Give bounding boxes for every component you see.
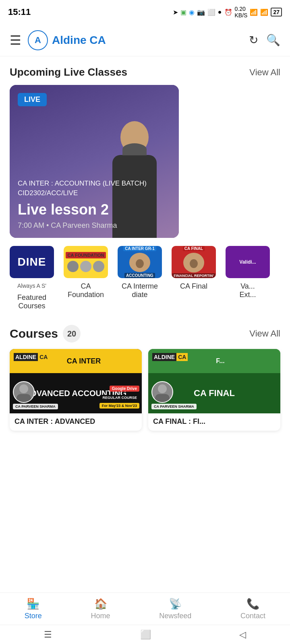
newsfeed-label: Newsfeed — [159, 612, 191, 620]
person-head — [120, 121, 149, 153]
live-time-info: 7:00 AM • CA Parveen Sharma — [18, 221, 171, 230]
nav-newsfeed[interactable]: 📡 Newsfeed — [159, 598, 191, 620]
app-icon-2: ◉ — [189, 8, 195, 16]
inter-avatar — [129, 253, 150, 272]
live-card-container: LIVE CA INTER : ACCOUNTING (LIVE BATCH) … — [0, 85, 290, 238]
featured-sublabel: Always A S' — [17, 282, 46, 289]
alarm-icon: ⏰ — [224, 8, 232, 16]
category-thumb-intermediate: CA INTER GR-1 ACCOUNTING — [118, 246, 162, 278]
regular-badge-1: REGULAR COURSE — [100, 395, 139, 400]
refresh-icon[interactable]: ↻ — [249, 33, 258, 47]
home-label: Home — [91, 612, 110, 620]
sys-back-icon[interactable]: ◁ — [239, 630, 246, 640]
contact-icon: 📞 — [246, 598, 259, 610]
aldine-text-2a: ALDINE — [152, 353, 176, 361]
category-thumb-foundation: CA FOUNDATION — [64, 246, 108, 278]
avatar-body-1 — [17, 394, 31, 403]
status-bar: 15:11 ➤ ▣ ◉ 📷 ⬜ ● ⏰ 0.20KB/S 📶 📶 27 — [0, 0, 290, 24]
courses-view-all[interactable]: View All — [249, 328, 280, 339]
course-thumb-1: ALDINE CA CA INTER ADVANCED ACCOUNTING C… — [10, 349, 142, 413]
speed-icon: 0.20KB/S — [235, 6, 248, 19]
system-nav-bar: ☰ ⬜ ◁ — [0, 625, 290, 644]
live-view-all[interactable]: View All — [249, 67, 280, 78]
foundation-cat-label: CAFoundation — [68, 282, 104, 299]
final-cat-label: CA Final — [180, 282, 207, 291]
course-inter-label: CA INTER — [67, 357, 101, 365]
course-card-1[interactable]: ALDINE CA CA INTER ADVANCED ACCOUNTING C… — [10, 349, 142, 431]
sys-home-icon[interactable]: ⬜ — [140, 630, 151, 640]
avatar-body-2 — [155, 394, 170, 403]
category-item-featured[interactable]: DINE Always A S' FeaturedCourses — [10, 246, 54, 310]
aldine-badge-1: ALDINE CA — [14, 353, 49, 361]
status-time: 15:11 — [8, 7, 31, 17]
course-top-strip-1: ALDINE CA CA INTER — [10, 349, 142, 373]
home-icon: 🏠 — [94, 598, 107, 610]
dot-icon: ● — [218, 8, 222, 16]
screen-icon: ⬜ — [207, 8, 215, 16]
hamburger-menu[interactable]: ☰ — [10, 33, 21, 48]
status-icons: ➤ ▣ ◉ 📷 ⬜ ● ⏰ 0.20KB/S 📶 📶 27 — [173, 6, 282, 19]
app-icon-1: ▣ — [180, 8, 186, 16]
live-card-content: CA INTER : ACCOUNTING (LIVE BATCH) CID23… — [18, 179, 171, 230]
courses-section-header: Courses 20 View All — [0, 318, 290, 349]
course-name-2: CA FINAL — [191, 388, 238, 398]
store-icon: 🏪 — [27, 598, 39, 610]
app-bar-left: ☰ A Aldine CA — [10, 30, 106, 50]
category-scroll: DINE Always A S' FeaturedCourses CA FOUN… — [10, 246, 270, 310]
course-card-2[interactable]: ALDINE CA F... CA FINAL CA PARVEEN SHARM… — [148, 349, 280, 431]
course-final-label: F... — [216, 357, 224, 365]
google-drive-badge-1: Google Drive — [110, 386, 139, 392]
courses-title-wrap: Courses 20 — [10, 325, 81, 343]
live-section-header: Upcoming Live Classes View All — [0, 56, 290, 85]
courses-title: Courses — [10, 327, 58, 341]
avatar-head-1 — [19, 384, 28, 393]
logo-container: A Aldine CA — [28, 30, 106, 50]
courses-count: 20 — [63, 325, 81, 343]
nav-store[interactable]: 🏪 Store — [25, 598, 42, 620]
location-icon: ➤ — [173, 8, 178, 16]
newsfeed-icon: 📡 — [169, 598, 182, 610]
app-bar: ☰ A Aldine CA ↻ 🔍 — [0, 24, 290, 56]
live-badge: LIVE — [18, 93, 47, 106]
signal-icon: 📶 — [260, 8, 268, 16]
sys-menu-icon[interactable]: ☰ — [44, 630, 52, 640]
category-scroll-wrapper: DINE Always A S' FeaturedCourses CA FOUN… — [0, 238, 290, 318]
teacher-label-1: CA PARVEEN SHARMA — [13, 404, 58, 409]
wifi-icon: 📶 — [250, 8, 258, 16]
live-card[interactable]: LIVE CA INTER : ACCOUNTING (LIVE BATCH) … — [10, 85, 179, 238]
nav-home[interactable]: 🏠 Home — [91, 598, 110, 620]
category-item-validity[interactable]: Validi... Va...Ext... — [226, 246, 270, 310]
course-thumb-2: ALDINE CA F... CA FINAL CA PARVEEN SHARM… — [148, 349, 280, 413]
category-thumb-validity: Validi... — [226, 246, 270, 278]
live-lesson-title: Live lesson 2 — [18, 201, 171, 218]
search-icon[interactable]: 🔍 — [266, 33, 280, 47]
course-thumb-content-1: ALDINE CA CA INTER ADVANCED ACCOUNTING C… — [10, 349, 142, 413]
category-item-foundation[interactable]: CA FOUNDATION CAFoundation — [64, 246, 108, 310]
aldine-text-2b: CA — [176, 353, 188, 361]
aldine-text-1a: ALDINE — [14, 353, 38, 361]
person-hair — [122, 143, 147, 155]
category-thumb-featured: DINE — [10, 246, 54, 278]
validity-cat-label: Va...Ext... — [239, 282, 256, 299]
avatar-head-2 — [158, 384, 167, 393]
logo-icon: A — [28, 30, 48, 50]
store-label: Store — [25, 612, 42, 620]
avatar-1 — [67, 261, 79, 272]
teacher-label-2: CA PARVEEN SHARMA — [151, 404, 197, 409]
nav-contact[interactable]: 📞 Contact — [240, 598, 265, 620]
category-thumb-final: CA FINAL FINANCIAL REPORTIN' — [172, 246, 216, 278]
aldine-text-1b: CA — [38, 353, 49, 361]
avatar-2 — [80, 261, 91, 272]
inter-head — [136, 259, 144, 268]
category-item-intermediate[interactable]: CA INTER GR-1 ACCOUNTING CA Intermediate — [118, 246, 162, 310]
camera-icon: 📷 — [197, 8, 205, 16]
category-item-final[interactable]: CA FINAL FINANCIAL REPORTIN' CA Final — [172, 246, 216, 310]
live-course-code: CA INTER : ACCOUNTING (LIVE BATCH) CID23… — [18, 179, 171, 198]
intermediate-cat-label: CA Intermediate — [122, 282, 158, 299]
course-avatar-2 — [151, 381, 173, 403]
foundation-avatars — [67, 261, 104, 272]
aldine-badge-2: ALDINE CA — [152, 353, 188, 361]
app-bar-right: ↻ 🔍 — [249, 33, 280, 47]
course-top-strip-2: ALDINE CA F... — [148, 349, 280, 373]
featured-label: DINE — [18, 256, 46, 268]
